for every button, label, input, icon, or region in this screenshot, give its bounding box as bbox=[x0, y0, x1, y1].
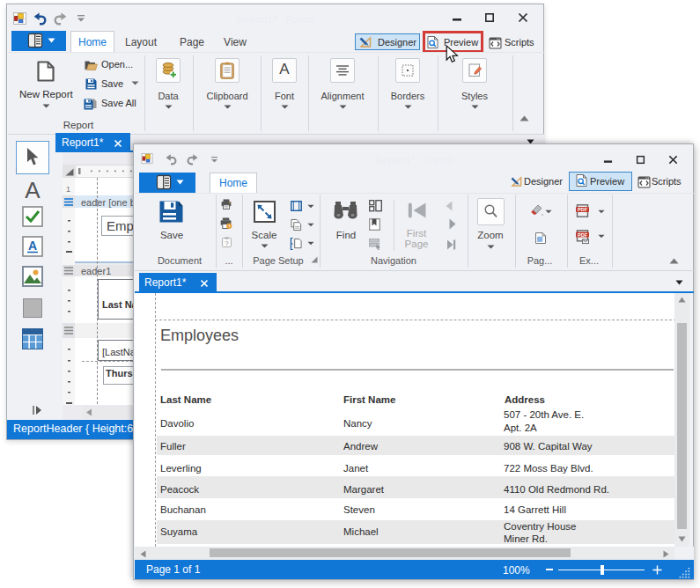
svg-text:PDF: PDF bbox=[578, 232, 588, 238]
svg-text:A: A bbox=[28, 239, 37, 253]
svg-text:?: ? bbox=[225, 239, 228, 247]
svg-text:PDF: PDF bbox=[578, 207, 588, 212]
